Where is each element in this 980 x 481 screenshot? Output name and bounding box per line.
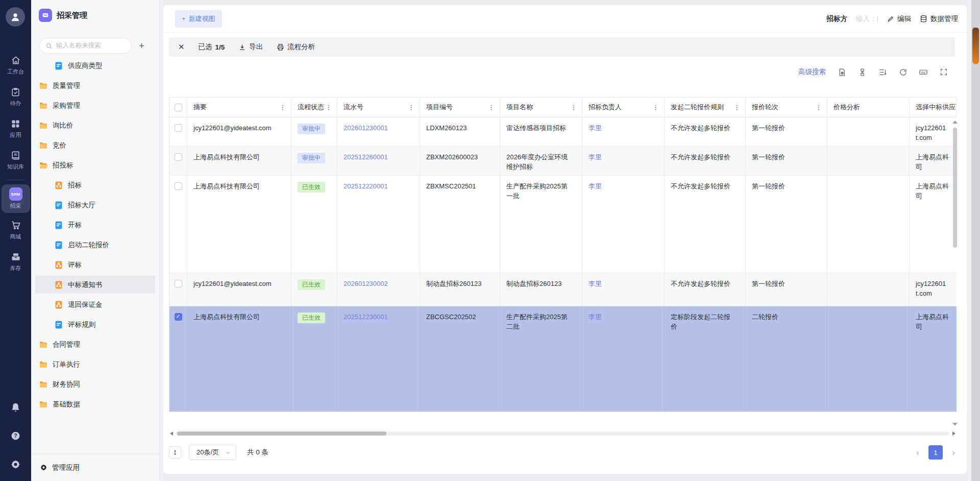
column-menu-icon[interactable]: ⋮ [324, 104, 333, 111]
column-header[interactable]: 招标负责人⋮ [582, 98, 665, 117]
column-header[interactable]: 流水号⋮ [337, 98, 420, 117]
row-checkbox[interactable]: ✓ [169, 306, 187, 412]
sidebar-item-10[interactable]: 评标 [35, 256, 155, 274]
sidebar-item-9[interactable]: 启动二轮报价 [35, 236, 155, 254]
advanced-search-link[interactable]: 高级搜索 [798, 67, 826, 77]
keyboard-icon[interactable] [919, 67, 928, 77]
edit-button[interactable]: 编辑 [887, 14, 911, 23]
row-checkbox[interactable] [169, 176, 187, 273]
rail-item-inventory[interactable]: 库存 [2, 248, 30, 276]
add-button[interactable]: + [139, 41, 144, 51]
doc-preview-icon[interactable] [837, 67, 846, 77]
help-icon[interactable]: ? [10, 430, 21, 441]
column-header[interactable]: 摘要⋮ [187, 98, 291, 117]
export-button[interactable]: 导出 [238, 42, 263, 52]
serial-link[interactable]: 202601230002 [344, 280, 388, 287]
prev-page-icon[interactable]: ‹ [916, 448, 919, 457]
flow-blocks-icon[interactable] [857, 67, 867, 77]
page-size-select[interactable]: 20条/页 [189, 445, 236, 460]
cell-summary: jcy122601@yideatest.com [187, 273, 291, 306]
fullscreen-icon[interactable] [939, 67, 948, 77]
rail-item-srm[interactable]: SRM 招采 [2, 184, 30, 213]
window-scrollbar-thumb[interactable] [972, 28, 979, 64]
settings-icon[interactable] [10, 459, 21, 470]
sidebar-item-13[interactable]: 评标规则 [35, 316, 155, 333]
sidebar-item-7[interactable]: 招标大厅 [35, 196, 155, 214]
window-scrollbar[interactable] [971, 0, 980, 481]
rail-item-apps[interactable]: 应用 [2, 114, 30, 143]
scroll-left-icon[interactable] [170, 431, 173, 436]
sidebar-item-11[interactable]: 中标通知书 [35, 276, 155, 294]
owner-link[interactable]: 李里 [589, 280, 602, 287]
sidebar-item-2[interactable]: 采购管理 [35, 97, 155, 114]
search-input[interactable]: 输入名称来搜索 [39, 38, 132, 54]
user-avatar[interactable] [6, 7, 25, 27]
rail-item-knowledge[interactable]: AI 知识库 [2, 146, 30, 175]
sidebar-item-12[interactable]: 退回保证金 [35, 296, 155, 314]
row-height-icon[interactable] [878, 67, 887, 77]
sidebar-item-8[interactable]: 开标 [35, 216, 155, 234]
table-scroll-up-icon[interactable] [952, 121, 958, 124]
data-manage-button[interactable]: 数据管理 [920, 14, 958, 23]
close-icon[interactable]: ✕ [178, 42, 185, 52]
bell-icon[interactable] [10, 401, 21, 413]
sidebar-item-14[interactable]: 合同管理 [35, 335, 155, 353]
select-all-checkbox[interactable] [169, 98, 187, 117]
column-menu-icon[interactable]: ⋮ [732, 104, 741, 111]
new-view-button[interactable]: + 新建视图 [175, 10, 222, 28]
row-checkbox[interactable] [169, 117, 187, 146]
table-row-2[interactable]: 上海易点科技有限公司已生效202512220001ZBXMSC202501生产配… [169, 176, 957, 273]
flow-analysis-button[interactable]: 流程分析 [277, 42, 315, 52]
table-row-0[interactable]: jcy122601@yideatest.com审批中202601230001LD… [169, 117, 957, 147]
owner-link[interactable]: 李里 [589, 124, 602, 132]
rail-item-todo[interactable]: 待办 [2, 83, 30, 111]
row-checkbox[interactable] [169, 273, 187, 306]
column-menu-icon[interactable]: ⋮ [814, 104, 823, 111]
next-page-icon[interactable]: › [952, 448, 955, 457]
sidebar-item-3[interactable]: 询比价 [35, 116, 155, 134]
app-logo-icon [39, 9, 52, 22]
scroll-right-icon[interactable] [952, 431, 955, 436]
table-row-3[interactable]: jcy122601@yideatest.com已生效202601230002制动… [169, 273, 957, 306]
sidebar-item-1[interactable]: 质量管理 [35, 77, 155, 94]
column-header[interactable]: 价格分析 [827, 98, 910, 117]
sidebar-item-16[interactable]: 财务协同 [35, 375, 155, 393]
table-row-1[interactable]: 上海易点科技有限公司审批中202512260001ZBXM20260002320… [169, 147, 957, 176]
sidebar-item-0[interactable]: 供应商类型 [35, 57, 155, 75]
row-density-button[interactable] [169, 446, 181, 459]
serial-link[interactable]: 202512220001 [344, 182, 388, 190]
column-menu-icon[interactable]: ⋮ [407, 104, 415, 111]
owner-link[interactable]: 李里 [589, 153, 602, 161]
rail-item-mall[interactable]: 商城 [2, 216, 30, 245]
column-menu-icon[interactable]: ⋮ [278, 104, 287, 111]
sidebar-item-17[interactable]: 基础数据 [35, 395, 155, 413]
sidebar-item-15[interactable]: 订单执行 [35, 355, 155, 373]
column-menu-icon[interactable]: ⋮ [569, 104, 578, 111]
column-header[interactable]: 项目编号⋮ [420, 98, 500, 117]
column-header[interactable]: 选择中标供应商 [910, 98, 957, 117]
row-checkbox[interactable] [169, 147, 187, 175]
column-menu-icon[interactable]: ⋮ [651, 104, 660, 111]
serial-link[interactable]: 202512230001 [344, 313, 388, 321]
current-page-button[interactable]: 1 [928, 445, 943, 460]
manage-apps-button[interactable]: 管理应用 [31, 453, 159, 481]
column-header[interactable]: 报价轮次⋮ [746, 98, 827, 117]
column-header[interactable]: 发起二轮报价规则⋮ [665, 98, 746, 117]
table-vertical-scrollbar[interactable] [953, 128, 957, 248]
table-row-4[interactable]: ✓上海易点科技有限公司已生效202512230001ZBCGSC202502生产… [169, 306, 957, 412]
party-input-hint[interactable]: 输入：| [856, 14, 878, 23]
sidebar-item-6[interactable]: 招标 [35, 176, 155, 194]
sidebar-item-5[interactable]: 招投标 [35, 156, 155, 174]
column-header[interactable]: 流程状态⋮ [291, 98, 337, 117]
scrollbar-thumb[interactable] [177, 431, 386, 436]
rail-item-workbench[interactable]: 工作台 [2, 51, 30, 80]
table-scroll-down-icon[interactable] [952, 423, 958, 426]
serial-link[interactable]: 202512260001 [344, 153, 388, 161]
serial-link[interactable]: 202601230001 [344, 124, 388, 132]
column-menu-icon[interactable]: ⋮ [487, 104, 496, 111]
owner-link[interactable]: 李里 [589, 313, 602, 321]
refresh-icon[interactable] [898, 67, 908, 77]
column-header[interactable]: 项目名称⋮ [500, 98, 582, 117]
sidebar-item-4[interactable]: 竞价 [35, 136, 155, 154]
owner-link[interactable]: 李里 [589, 182, 602, 190]
